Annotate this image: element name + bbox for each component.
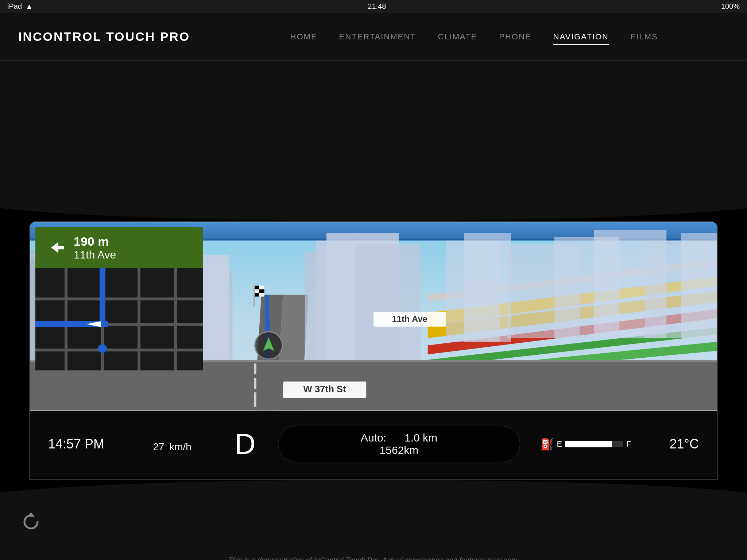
- svg-rect-62: [100, 268, 105, 327]
- main-content-area: [0, 61, 747, 199]
- turn-street: 11th Ave: [74, 249, 116, 261]
- hud-nav-info: Auto: 1.0 km 1562km: [278, 426, 520, 462]
- speed-value: 27: [153, 441, 164, 452]
- svg-rect-47: [259, 289, 264, 293]
- nav-item-climate[interactable]: CLIMATE: [438, 28, 477, 45]
- hud-fuel: ⛽ E F: [531, 438, 640, 451]
- svg-rect-50: [253, 285, 255, 306]
- svg-text:11th  Ave: 11th Ave: [392, 314, 427, 324]
- svg-text:W 37th St: W 37th St: [303, 384, 346, 394]
- hud-nav-bottom: 1562km: [380, 444, 419, 456]
- svg-rect-61: [174, 268, 177, 370]
- fuel-fill: [565, 441, 612, 447]
- hud-bar: 14:57 PM 27 km/h D Auto: 1.0 km 1562km ⛽: [30, 411, 717, 477]
- svg-rect-45: [259, 286, 264, 289]
- svg-rect-46: [254, 289, 259, 293]
- status-bar: iPad ▲ 21:48 100%: [0, 0, 747, 13]
- svg-rect-32: [681, 233, 717, 338]
- back-icon: [19, 510, 43, 534]
- footer-line1: This is a demonstration of InControl Tou…: [228, 556, 519, 560]
- map-area: 11th Ave W 37th St: [30, 222, 717, 411]
- turn-instruction: 190 m 11th Ave: [35, 227, 203, 268]
- svg-marker-66: [27, 512, 35, 517]
- fuel-pump-icon: ⛽: [540, 438, 554, 451]
- back-area: [0, 502, 747, 542]
- svg-rect-35: [254, 363, 256, 374]
- footer: This is a demonstration of InControl Tou…: [0, 542, 747, 560]
- turn-distance: 190 m: [74, 234, 116, 249]
- svg-rect-58: [65, 268, 67, 370]
- battery-indicator: 100%: [721, 2, 740, 11]
- hud-gear: D: [223, 427, 267, 461]
- fuel-e-label: E: [557, 439, 562, 449]
- mini-map: [35, 268, 203, 370]
- hud-temperature: 21°C: [640, 436, 699, 452]
- hud-time: 14:57 PM: [48, 436, 121, 452]
- fuel-bar: [565, 441, 623, 447]
- turn-panel: 190 m 11th Ave: [35, 227, 203, 370]
- fuel-gauge-row: ⛽ E F: [540, 438, 631, 451]
- svg-rect-27: [464, 233, 511, 342]
- nav-item-films[interactable]: FILMS: [631, 28, 658, 45]
- svg-rect-60: [138, 268, 140, 370]
- nav-item-phone[interactable]: PHONE: [499, 28, 531, 45]
- svg-marker-53: [51, 242, 64, 253]
- svg-rect-48: [254, 293, 259, 297]
- brand-title: INCONTROL TOUCH PRO: [18, 30, 190, 44]
- device-label: iPad: [7, 2, 22, 11]
- nav-screen: 11th Ave W 37th St: [29, 221, 718, 480]
- svg-rect-55: [35, 298, 203, 300]
- header: INCONTROL TOUCH PRO HOME ENTERTAINMENT C…: [0, 13, 747, 61]
- wifi-icon: ▲: [26, 2, 33, 11]
- hud-auto-label: Auto:: [361, 432, 386, 444]
- svg-rect-37: [254, 392, 256, 407]
- fuel-f-label: F: [626, 439, 631, 449]
- svg-rect-54: [35, 268, 203, 370]
- speed-unit: km/h: [169, 441, 191, 452]
- svg-point-65: [98, 344, 107, 353]
- status-time: 21:48: [368, 2, 386, 11]
- svg-rect-57: [35, 349, 203, 351]
- nav-menu: HOME ENTERTAINMENT CLIMATE PHONE NAVIGAT…: [219, 28, 729, 45]
- nav-display-wrapper: 11th Ave W 37th St: [0, 199, 747, 502]
- nav-item-navigation[interactable]: NAVIGATION: [553, 28, 609, 45]
- nav-item-home[interactable]: HOME: [290, 28, 317, 45]
- nav-item-entertainment[interactable]: ENTERTAINMENT: [339, 28, 416, 45]
- hud-speed: 27 km/h: [121, 433, 223, 455]
- hud-nav-top: Auto: 1.0 km: [361, 432, 437, 444]
- svg-rect-49: [259, 293, 264, 297]
- turn-arrow-icon: [44, 237, 66, 259]
- turn-text: 190 m 11th Ave: [74, 234, 116, 261]
- svg-rect-44: [254, 286, 259, 289]
- status-left: iPad ▲: [7, 2, 33, 11]
- svg-rect-36: [254, 378, 256, 389]
- hud-nav-km: 1.0 km: [405, 432, 437, 444]
- back-button[interactable]: [18, 509, 44, 534]
